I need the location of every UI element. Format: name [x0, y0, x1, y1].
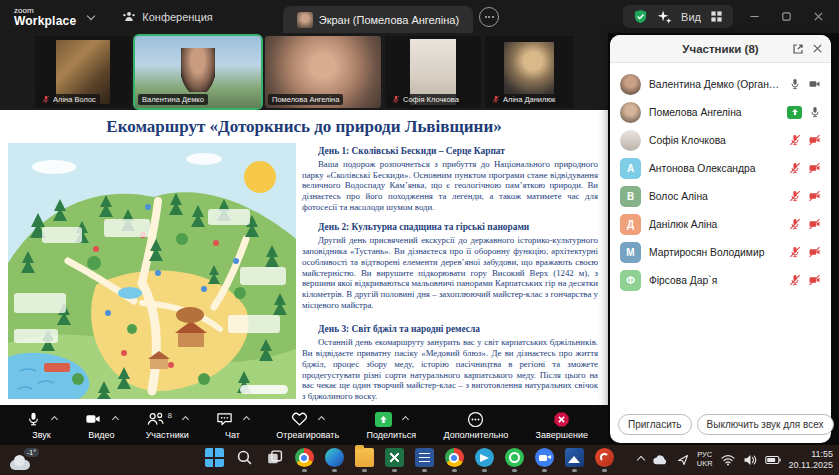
tab-screen-label: Экран (Помелова Ангеліна) [319, 14, 459, 26]
video-options-chevron[interactable] [112, 415, 119, 422]
share-screen-button[interactable]: Поделиться [366, 411, 416, 440]
participant-row[interactable]: А Антонова Олександра [610, 154, 831, 182]
tab-conference[interactable]: Конференция [122, 10, 212, 23]
chrome-icon[interactable] [293, 448, 315, 472]
avatar-initial: В [620, 186, 641, 207]
participant-row[interactable]: Д Данілюк Аліна [610, 210, 831, 238]
tab-screen-share[interactable]: Экран (Помелова Ангеліна) [283, 6, 473, 33]
muted-mic-icon [392, 95, 400, 103]
file-explorer-icon[interactable] [353, 448, 375, 472]
battery-icon[interactable] [765, 455, 781, 465]
weather-widget[interactable]: -1° [10, 449, 36, 471]
chat-options-chevron[interactable] [243, 415, 250, 422]
video-tile[interactable]: Помелова Ангеліна [265, 36, 381, 108]
date: 20.11.2025 [789, 460, 833, 471]
participant-row[interactable]: М Мартиросян Володимир [610, 238, 831, 266]
react-button[interactable]: Отреагировать [276, 411, 339, 440]
powerpoint-icon[interactable] [593, 448, 615, 472]
zoom-workplace-logo: zoom Workplace [14, 7, 76, 27]
workspace-chevron-icon[interactable] [87, 11, 95, 19]
more-button[interactable]: Дополнительно [443, 411, 508, 440]
participant-name: Антонова Олександра [649, 163, 781, 174]
participants-panel: Участники (8) Валентина Демко (Организат… [610, 35, 831, 443]
photos-icon[interactable] [563, 448, 585, 472]
video-thumbnail-strip: Аліна Волос Валентина Демко Помелова Анг… [0, 33, 608, 110]
pop-out-icon[interactable] [792, 43, 804, 55]
participants-header: Участники (8) [610, 35, 831, 63]
muted-mic-icon[interactable] [789, 134, 801, 146]
telegram-icon[interactable] [473, 448, 495, 472]
avatar [620, 74, 641, 95]
clock[interactable]: 11:55 20.11.2025 [789, 449, 833, 472]
participant-name: Мартиросян Володимир [649, 247, 781, 258]
zoom-meeting-window: zoom Workplace Конференция Экран (Помело… [0, 0, 839, 475]
video-tile-name: Софія Клочкова [403, 95, 459, 104]
invite-button[interactable]: Пригласить [618, 414, 692, 435]
screen-sharing-icon [787, 106, 802, 119]
muted-camera-icon[interactable] [808, 218, 821, 230]
audio-options-chevron[interactable] [51, 415, 58, 422]
close-button[interactable] [807, 6, 829, 28]
close-panel-icon[interactable] [812, 43, 823, 54]
participant-row[interactable]: Помелова Ангеліна [610, 98, 831, 126]
onedrive-cloud-icon[interactable] [652, 454, 669, 466]
muted-camera-icon[interactable] [808, 190, 821, 202]
volume-icon[interactable] [743, 454, 757, 466]
view-button[interactable]: Вид [681, 11, 701, 23]
whatsapp-icon[interactable] [503, 448, 525, 472]
location-icon[interactable] [677, 454, 689, 466]
day1-heading: День 1: Сколівські Бескиди – Серце Карпа… [302, 146, 598, 158]
participant-name: Помелова Ангеліна [649, 107, 779, 118]
video-tile[interactable]: Аліна Волос [35, 36, 131, 108]
ai-companion-icon[interactable] [657, 9, 672, 24]
muted-mic-icon[interactable] [789, 274, 801, 286]
search-button[interactable] [233, 448, 255, 472]
share-options-chevron[interactable] [402, 415, 409, 422]
tab-avatar [297, 12, 313, 28]
react-options-chevron[interactable] [318, 415, 325, 422]
video-tile-name: Валентина Демко [142, 95, 204, 104]
tray-overflow-chevron[interactable] [637, 456, 645, 464]
muted-camera-icon[interactable] [808, 274, 821, 286]
video-button[interactable]: Видео [84, 411, 118, 440]
participant-row[interactable]: Валентина Демко (Организатор, я) [610, 70, 831, 98]
muted-camera-icon[interactable] [808, 246, 821, 258]
chrome-profile-icon[interactable] [443, 448, 465, 472]
end-meeting-icon [553, 411, 570, 428]
video-tile[interactable]: Аліна Данилюк [485, 36, 573, 108]
muted-mic-icon[interactable] [789, 190, 801, 202]
security-shield-icon[interactable] [633, 9, 648, 24]
end-meeting-button[interactable]: Завершение [536, 411, 588, 440]
avatar [620, 130, 641, 151]
participant-row[interactable]: Ф Фірсова Дар`я [610, 266, 831, 294]
participant-row[interactable]: Софія Клочкова [610, 126, 831, 154]
view-grid-icon[interactable] [710, 10, 723, 23]
video-tile[interactable]: Софія Клочкова [385, 36, 481, 108]
chat-button[interactable]: Чат [216, 411, 249, 440]
language-indicator[interactable]: РУС UKR [697, 451, 713, 468]
mic-icon[interactable] [809, 106, 821, 118]
participants-options-chevron[interactable] [182, 415, 189, 422]
participants-button[interactable]: 8 Участники [146, 411, 189, 440]
participant-row[interactable]: В Волос Аліна [610, 182, 831, 210]
muted-mic-icon[interactable] [789, 246, 801, 258]
muted-mic-icon[interactable] [789, 218, 801, 230]
audio-button[interactable]: Звук [26, 411, 57, 440]
task-view-button[interactable] [263, 448, 285, 472]
muted-mic-icon[interactable] [789, 162, 801, 174]
camera-icon[interactable] [808, 78, 821, 90]
muted-camera-icon[interactable] [808, 134, 821, 146]
wifi-icon[interactable] [721, 454, 735, 466]
excel-icon[interactable] [383, 448, 405, 472]
maximize-button[interactable] [775, 6, 797, 28]
muted-camera-icon[interactable] [808, 162, 821, 174]
start-button[interactable] [203, 448, 225, 472]
edge-icon[interactable] [323, 448, 345, 472]
tab-more-icon[interactable] [479, 7, 499, 27]
mic-icon[interactable] [789, 78, 801, 90]
minimize-button[interactable] [743, 6, 765, 28]
zoom-app-icon[interactable] [533, 448, 555, 472]
mute-all-button[interactable]: Выключить звук для всех [697, 414, 834, 435]
word-icon[interactable] [413, 448, 435, 472]
video-tile-active-speaker[interactable]: Валентина Демко [135, 36, 261, 108]
